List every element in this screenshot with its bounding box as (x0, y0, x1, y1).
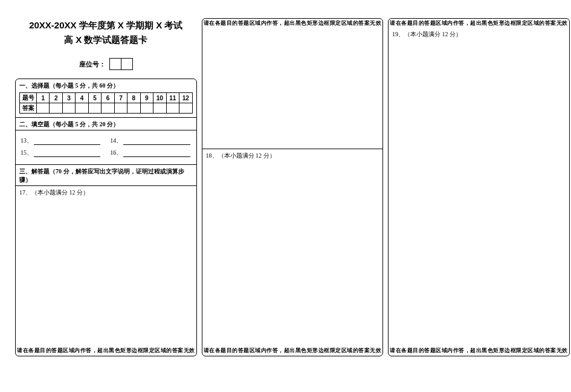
column-1: 20XX-20XX 学年度第 X 学期期 X 考试 高 X 数学试题答题卡 座位… (15, 18, 197, 356)
column-3-frame: 请在各题目的答题区域内作答，超出黑色矩形边框限定区域的答案无效 19、（本小题满… (388, 18, 570, 356)
fill-label: 16、 (110, 149, 122, 157)
answer-area-q17[interactable] (16, 199, 196, 346)
answer-cell[interactable] (76, 103, 88, 114)
fill-blank-area: 13、 14、 15、 16、 (16, 130, 196, 164)
sheet-header: 20XX-20XX 学年度第 X 学期期 X 考试 高 X 数学试题答题卡 座位… (15, 18, 197, 79)
question-18-label: 18、（本小题满分 12 分） (202, 149, 383, 162)
q-number: 5 (88, 93, 101, 103)
boundary-banner-bottom: 请在各题目的答题区域内作答，超出黑色矩形边框限定区域的答案无效 (16, 346, 196, 356)
section-3-heading: 三、解答题（70 分，解答应写出文字说明，证明过程或演算步骤） (16, 165, 196, 185)
row-label-answer: 答案 (20, 103, 37, 114)
boundary-banner-bottom: 请在各题目的答题区域内作答，超出黑色矩形边框限定区域的答案无效 (202, 346, 383, 356)
column-2-frame: 请在各题目的答题区域内作答，超出黑色矩形边框限定区域的答案无效 18、（本小题满… (202, 18, 384, 356)
fill-item-13[interactable]: 13、 (21, 137, 102, 145)
fill-label: 14、 (110, 137, 122, 145)
q-number: 10 (153, 93, 166, 103)
fill-label: 13、 (21, 137, 33, 145)
fill-line[interactable] (34, 151, 100, 157)
answer-cell[interactable] (50, 103, 62, 114)
answer-cell[interactable] (140, 103, 153, 114)
boundary-banner-bottom: 请在各题目的答题区域内作答，超出黑色矩形边框限定区域的答案无效 (389, 346, 569, 356)
seat-number-row: 座位号： (79, 58, 133, 70)
column-2-content: 18、（本小题满分 12 分） (202, 28, 383, 346)
answer-cell[interactable] (166, 103, 179, 114)
fill-row: 13、 14、 (21, 137, 192, 145)
seat-box-1[interactable] (109, 58, 121, 70)
boundary-banner-top: 请在各题目的答题区域内作答，超出黑色矩形边框限定区域的答案无效 (389, 19, 569, 28)
multiple-choice-table: 题号 1 2 3 4 5 6 7 8 9 10 11 12 (19, 92, 193, 114)
title-line-1: 20XX-20XX 学年度第 X 学期期 X 考试 (21, 18, 191, 33)
lower-half: 18、（本小题满分 12 分） (202, 149, 383, 346)
fill-item-15[interactable]: 15、 (21, 149, 102, 157)
fill-line[interactable] (123, 151, 190, 157)
row-label-question: 题号 (20, 93, 37, 103)
seat-label: 座位号： (79, 60, 106, 69)
q-number: 2 (50, 93, 62, 103)
q-number: 1 (37, 93, 50, 103)
answer-cell[interactable] (127, 103, 140, 114)
column-2: 请在各题目的答题区域内作答，超出黑色矩形边框限定区域的答案无效 18、（本小题满… (202, 18, 384, 356)
answer-cell[interactable] (88, 103, 101, 114)
answer-cell[interactable] (62, 103, 75, 114)
answer-area-q19[interactable] (389, 41, 569, 346)
q-number: 3 (62, 93, 75, 103)
answer-cell[interactable] (179, 103, 192, 114)
q-number: 12 (179, 93, 192, 103)
fill-label: 15、 (21, 149, 33, 157)
section-1-heading: 一、选择题（每小题 5 分，共 60 分） (16, 79, 196, 91)
answer-cell[interactable] (37, 103, 50, 114)
fill-line[interactable] (123, 139, 190, 145)
column-3-content: 19、（本小题满分 12 分） (389, 28, 569, 346)
answer-cell[interactable] (153, 103, 166, 114)
table-row: 题号 1 2 3 4 5 6 7 8 9 10 11 12 (20, 93, 193, 103)
fill-line[interactable] (34, 139, 100, 145)
answer-cell[interactable] (114, 103, 127, 114)
question-17-label: 17、（本小题满分 12 分） (16, 186, 196, 199)
q-number: 9 (140, 93, 153, 103)
answer-sheet: 20XX-20XX 学年度第 X 学期期 X 考试 高 X 数学试题答题卡 座位… (15, 18, 556, 356)
q-number: 7 (114, 93, 127, 103)
q-number: 4 (76, 93, 88, 103)
fill-item-14[interactable]: 14、 (110, 137, 191, 145)
question-19-label: 19、（本小题满分 12 分） (389, 28, 569, 41)
title-line-2: 高 X 数学试题答题卡 (21, 33, 191, 47)
fill-item-16[interactable]: 16、 (110, 149, 191, 157)
q-number: 11 (166, 93, 179, 103)
q-number: 6 (102, 93, 114, 103)
fill-row: 15、 16、 (21, 149, 192, 157)
boundary-banner-top: 请在各题目的答题区域内作答，超出黑色矩形边框限定区域的答案无效 (202, 19, 383, 28)
q-number: 8 (127, 93, 140, 103)
answer-area-q18[interactable] (202, 162, 383, 346)
seat-box-2[interactable] (121, 58, 133, 70)
column-3: 请在各题目的答题区域内作答，超出黑色矩形边框限定区域的答案无效 19、（本小题满… (388, 18, 570, 356)
column-1-frame: 一、选择题（每小题 5 分，共 60 分） 题号 1 2 3 4 5 6 7 8… (15, 79, 197, 356)
seat-boxes[interactable] (109, 58, 133, 70)
table-row: 答案 (20, 103, 193, 114)
multiple-choice-table-wrap: 题号 1 2 3 4 5 6 7 8 9 10 11 12 (16, 91, 196, 117)
answer-area-q17-continued[interactable] (202, 28, 383, 149)
answer-cell[interactable] (102, 103, 114, 114)
section-2-heading: 二、填空题（每小题 5 分，共 20 分） (16, 118, 196, 130)
